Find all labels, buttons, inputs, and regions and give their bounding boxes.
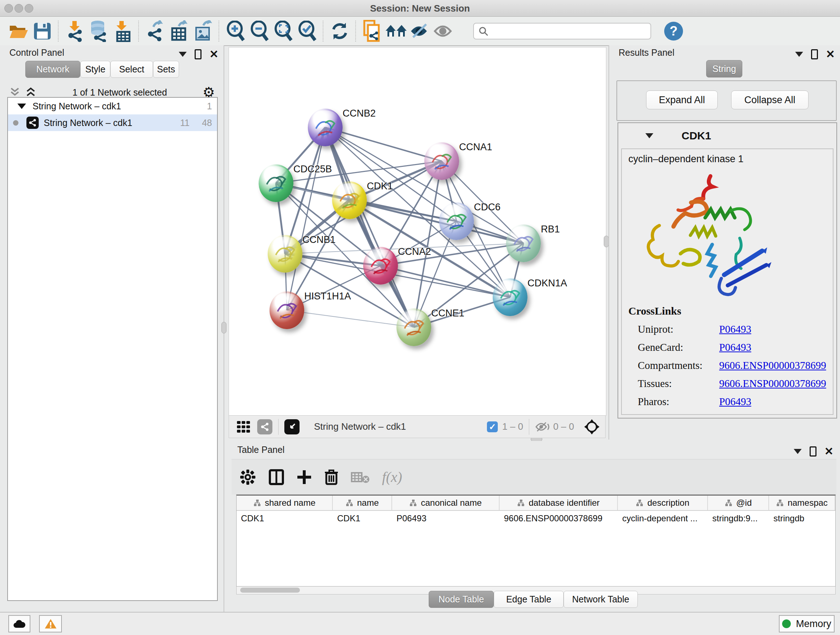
- column-header[interactable]: name: [333, 496, 392, 510]
- left-splitter-grip[interactable]: [221, 322, 226, 333]
- export-table-button[interactable]: [167, 19, 191, 43]
- column-header[interactable]: @id: [708, 496, 769, 510]
- table-cell[interactable]: CDK1: [237, 511, 333, 526]
- column-header[interactable]: namespac: [769, 496, 835, 510]
- expand-all-icon[interactable]: [25, 87, 37, 98]
- crosslink-link[interactable]: P06493: [719, 396, 752, 407]
- network-node-cdc25b[interactable]: [259, 165, 294, 202]
- collapse-triangle-icon[interactable]: [17, 103, 26, 109]
- network-row[interactable]: String Network – cdk1 11 48: [8, 114, 217, 131]
- zoom-in-button[interactable]: [224, 19, 248, 43]
- column-header[interactable]: canonical name: [392, 496, 500, 510]
- collapse-all-button[interactable]: Collapse All: [731, 90, 808, 109]
- selected-indicator-checkbox[interactable]: ✓: [487, 421, 498, 432]
- right-splitter-grip[interactable]: [604, 236, 609, 247]
- tab-select[interactable]: Select: [111, 61, 153, 78]
- scrollbar-thumb[interactable]: [240, 587, 300, 593]
- crosslink-link[interactable]: P06493: [719, 341, 752, 353]
- tab-edge-table[interactable]: Edge Table: [494, 591, 564, 608]
- export-network-button[interactable]: [143, 19, 167, 43]
- import-network-button[interactable]: [63, 19, 87, 43]
- table-cell[interactable]: 9606.ENSP00000378699: [500, 511, 618, 526]
- panel-close-icon[interactable]: ✕: [824, 448, 834, 455]
- grid-view-icon[interactable]: [235, 419, 251, 435]
- table-cell[interactable]: stringdb:9...: [708, 511, 769, 526]
- network-collection-row[interactable]: String Network – cdk1 1: [8, 98, 217, 114]
- birds-eye-view-icon[interactable]: [284, 419, 300, 434]
- protein-card-header[interactable]: CDK1: [618, 123, 836, 149]
- table-cell[interactable]: CDK1: [333, 511, 392, 526]
- memory-button[interactable]: Memory: [779, 615, 835, 632]
- tab-string[interactable]: String: [706, 60, 742, 78]
- tab-network[interactable]: Network: [25, 61, 80, 78]
- create-column-icon[interactable]: [297, 470, 312, 485]
- string-view-icon[interactable]: [257, 419, 272, 434]
- tab-network-table[interactable]: Network Table: [564, 591, 638, 608]
- panel-menu-icon[interactable]: [179, 52, 187, 57]
- clone-network-button[interactable]: [360, 19, 384, 43]
- column-header[interactable]: description: [618, 496, 708, 510]
- show-all-panels-button[interactable]: [384, 19, 408, 43]
- table-cell[interactable]: stringdb: [769, 511, 835, 526]
- table-cell[interactable]: cyclin-dependent ...: [618, 511, 708, 526]
- network-node-ccnb2[interactable]: [308, 109, 343, 146]
- network-node-rb1[interactable]: [506, 225, 541, 262]
- show-column-icon[interactable]: [268, 469, 284, 486]
- panel-float-icon[interactable]: [810, 447, 816, 456]
- network-node-ccne1[interactable]: [396, 309, 431, 346]
- collapse-all-icon[interactable]: [9, 87, 21, 98]
- fit-selected-crosshair-icon[interactable]: [584, 418, 600, 435]
- column-header[interactable]: shared name: [237, 496, 333, 510]
- title-bar: Session: New Session: [0, 0, 840, 17]
- table-row[interactable]: CDK1CDK1P064939606.ENSP00000378699cyclin…: [237, 511, 835, 526]
- refresh-button[interactable]: [328, 19, 352, 43]
- panel-float-icon[interactable]: [195, 49, 202, 59]
- help-button[interactable]: ?: [664, 22, 683, 41]
- table-options-gear-icon[interactable]: [240, 469, 256, 486]
- network-node-ccna2[interactable]: [363, 247, 398, 285]
- node-label-rb1: RB1: [541, 224, 560, 235]
- export-image-button[interactable]: [191, 19, 215, 43]
- zoom-out-button[interactable]: [248, 19, 271, 43]
- hide-panels-button[interactable]: [408, 19, 432, 43]
- cloud-status-button[interactable]: [8, 615, 30, 632]
- table-cell[interactable]: P06493: [392, 511, 500, 526]
- import-table-button[interactable]: [111, 19, 134, 43]
- search-icon: [478, 26, 488, 36]
- panel-menu-icon[interactable]: [795, 52, 803, 57]
- crosslink-link[interactable]: 9606.ENSP00000378699: [719, 378, 826, 389]
- column-header[interactable]: database identifier: [500, 496, 618, 510]
- network-node-hist1h1a[interactable]: [270, 291, 304, 329]
- show-hide-gray-button[interactable]: [432, 19, 456, 43]
- panel-close-icon[interactable]: ✕: [826, 50, 835, 58]
- panel-close-icon[interactable]: ✕: [210, 50, 218, 58]
- delete-column-icon[interactable]: [324, 469, 339, 486]
- network-edge[interactable]: [287, 127, 325, 310]
- tab-style[interactable]: Style: [80, 61, 111, 78]
- open-session-button[interactable]: [6, 19, 30, 43]
- network-node-ccnb1[interactable]: [268, 235, 302, 272]
- save-session-button[interactable]: [30, 19, 54, 43]
- zoom-selected-button[interactable]: [295, 19, 319, 43]
- network-node-cdk1[interactable]: [332, 181, 367, 219]
- network-edge[interactable]: [287, 310, 414, 327]
- search-input[interactable]: [488, 26, 642, 36]
- tab-sets[interactable]: Sets: [153, 61, 179, 78]
- network-options-gear-icon[interactable]: ⚙: [202, 87, 215, 98]
- network-node-ccna1[interactable]: [424, 142, 459, 180]
- tab-node-table[interactable]: Node Table: [429, 591, 494, 608]
- expand-all-button[interactable]: Expand All: [646, 90, 718, 109]
- toolbar-search[interactable]: [473, 23, 651, 40]
- crosslink-link[interactable]: 9606.ENSP00000378699: [719, 359, 826, 371]
- zoom-fit-button[interactable]: [271, 19, 295, 43]
- collapse-triangle-icon[interactable]: [645, 133, 653, 138]
- crosslink-link[interactable]: P06493: [719, 323, 752, 335]
- network-canvas[interactable]: CCNB2CCNA1CDC25BCDK1CDC6RB1CCNB1CCNA2CDK…: [229, 47, 606, 416]
- warnings-button[interactable]: [39, 615, 62, 632]
- panel-float-icon[interactable]: [811, 49, 818, 59]
- network-node-cdkn1a[interactable]: [493, 279, 527, 316]
- protein-ribbon-thumbnail: [308, 109, 343, 146]
- network-node-cdc6[interactable]: [439, 203, 474, 240]
- panel-menu-icon[interactable]: [794, 449, 802, 454]
- import-network-from-database-button[interactable]: [87, 19, 111, 43]
